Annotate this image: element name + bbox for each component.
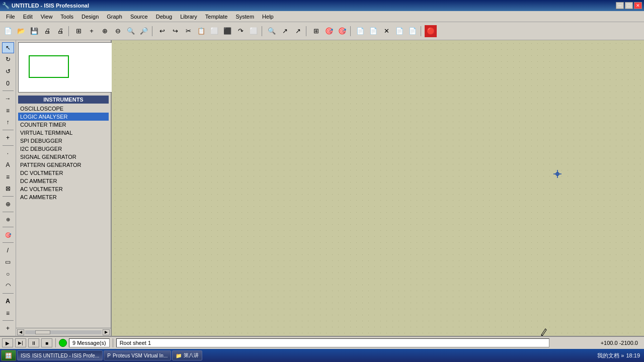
block-delete-button[interactable]: ⬜ bbox=[248, 25, 260, 37]
zoom-area-button[interactable]: 🔎 bbox=[138, 25, 150, 37]
package-button[interactable]: ↗ bbox=[292, 25, 304, 37]
menu-item-source[interactable]: Source bbox=[126, 13, 152, 21]
instrument-item-i2c-debugger[interactable]: I2C DEBUGGER bbox=[18, 145, 109, 153]
instrument-item-virtual-terminal[interactable]: VIRTUAL TERMINAL bbox=[18, 129, 109, 137]
instrument-item-ac-voltmeter[interactable]: AC VOLTMETER bbox=[18, 185, 109, 193]
instruments-button[interactable]: 🎯 bbox=[2, 229, 14, 240]
rotate-ccw-button[interactable]: ↺ bbox=[2, 66, 14, 77]
scroll-left-button[interactable]: ◀ bbox=[17, 329, 24, 335]
number-button[interactable]: 0 bbox=[2, 78, 14, 89]
block-move-button[interactable]: ⬛ bbox=[221, 25, 233, 37]
delete-sheet-button[interactable]: 📄 bbox=[367, 25, 379, 37]
app-title: UNTITLED - ISIS Professional bbox=[12, 3, 89, 9]
sim-play-button[interactable]: ▶ bbox=[2, 338, 13, 347]
start-button[interactable]: 🪟 bbox=[1, 350, 16, 361]
zoom-in-button[interactable]: ⊕ bbox=[99, 25, 111, 37]
close-button[interactable]: ✕ bbox=[634, 2, 642, 9]
open-button[interactable]: 📂 bbox=[15, 25, 27, 37]
minimize-button[interactable]: ─ bbox=[616, 2, 624, 9]
instrument-item-pattern-generator[interactable]: PATTERN GENERATOR bbox=[18, 161, 109, 169]
label-button[interactable]: A bbox=[2, 159, 14, 170]
instrument-item-counter-timer[interactable]: COUNTER TIMER bbox=[18, 121, 109, 129]
cut-button[interactable]: ✂ bbox=[182, 25, 194, 37]
taskbar-item-2[interactable]: 📁第八讲 bbox=[172, 350, 202, 360]
menu-item-edit[interactable]: Edit bbox=[19, 13, 37, 21]
instrument-item-signal-generator[interactable]: SIGNAL GENERATOR bbox=[18, 153, 109, 161]
taskbar-item-0[interactable]: ISISISIS UNTITLED - ISIS Profe... bbox=[17, 350, 103, 360]
menu-item-view[interactable]: View bbox=[37, 13, 57, 21]
menu-item-help[interactable]: Help bbox=[258, 13, 278, 21]
instrument-item-logic-analyser[interactable]: LOGIC ANALYSER bbox=[18, 113, 109, 121]
bus-entry-button[interactable]: ≡ bbox=[2, 171, 14, 183]
start-icon: 🪟 bbox=[5, 352, 12, 359]
make-button[interactable]: ↗ bbox=[279, 25, 291, 37]
wire-tool-button[interactable]: → bbox=[2, 93, 14, 104]
save-button[interactable]: 💾 bbox=[28, 25, 40, 37]
rotate-cw-button[interactable]: ↻ bbox=[2, 54, 14, 65]
undo-button[interactable]: ↩ bbox=[156, 25, 168, 37]
hierarchy-button[interactable]: ↑ bbox=[2, 117, 14, 128]
scroll-thumb[interactable] bbox=[35, 330, 50, 334]
toolbar-sep-6 bbox=[421, 26, 423, 36]
sim-step-button[interactable]: ▶| bbox=[15, 338, 26, 347]
sheet-nav-button[interactable]: 📄 bbox=[407, 25, 419, 37]
add-tool-button[interactable]: + bbox=[2, 323, 14, 334]
print-button[interactable]: 🖨 bbox=[41, 25, 53, 37]
new-sheet-button[interactable]: 📄 bbox=[354, 25, 366, 37]
canvas-area[interactable] bbox=[112, 40, 644, 336]
bom-button[interactable]: 🎯 bbox=[323, 25, 335, 37]
menu-item-file[interactable]: File bbox=[2, 13, 19, 21]
instrument-item-dc-ammeter[interactable]: DC AMMETER bbox=[18, 177, 109, 185]
menu-item-library[interactable]: Library bbox=[176, 13, 201, 21]
select-tool-button[interactable]: ↖ bbox=[2, 42, 14, 53]
instrument-item-spi-debugger[interactable]: SPI DEBUGGER bbox=[18, 137, 109, 145]
redo-button[interactable]: ↪ bbox=[169, 25, 181, 37]
symbol2-button[interactable]: ≡ bbox=[2, 308, 14, 319]
title-bar-controls: ─ □ ✕ bbox=[616, 2, 642, 9]
sim-stop-button[interactable]: ■ bbox=[41, 338, 52, 347]
sheet-props-button[interactable]: 📄 bbox=[393, 25, 406, 37]
text-button[interactable]: A bbox=[2, 296, 14, 307]
instrument-item-dc-voltmeter[interactable]: DC VOLTMETER bbox=[18, 169, 109, 177]
new-button[interactable]: 📄 bbox=[2, 25, 14, 37]
pick-button[interactable]: 🔍 bbox=[266, 25, 278, 37]
netlist-button[interactable]: ⊞ bbox=[310, 25, 322, 37]
menu-item-graph[interactable]: Graph bbox=[103, 13, 126, 21]
power-button[interactable]: ⊕ bbox=[2, 199, 14, 210]
exit-sheet-button[interactable]: ✕ bbox=[380, 25, 392, 37]
copy-button[interactable]: 📋 bbox=[195, 25, 207, 37]
menu-item-system[interactable]: System bbox=[231, 13, 258, 21]
zoom-fit-button[interactable]: 🔍 bbox=[125, 25, 137, 37]
electrical-rules-button[interactable]: 🎯 bbox=[336, 25, 348, 37]
block-copy-button[interactable]: ⬜ bbox=[208, 25, 220, 37]
probe-button[interactable]: ⊕ bbox=[2, 214, 14, 225]
add-component-button[interactable]: + bbox=[2, 132, 14, 143]
symbol-button[interactable]: ⊠ bbox=[2, 184, 14, 195]
sim-pause-button[interactable]: ⏸ bbox=[28, 338, 39, 347]
junction-button[interactable]: · bbox=[2, 148, 14, 159]
menu-item-design[interactable]: Design bbox=[77, 13, 103, 21]
menu-item-tools[interactable]: Tools bbox=[56, 13, 77, 21]
circle-button[interactable]: ○ bbox=[2, 268, 14, 280]
grid-button[interactable]: ⊞ bbox=[72, 25, 85, 37]
origin-button[interactable]: + bbox=[86, 25, 98, 37]
schematic-canvas[interactable] bbox=[112, 40, 644, 336]
scroll-right-button[interactable]: ▶ bbox=[103, 329, 110, 335]
debug-run-button[interactable]: 🔴 bbox=[425, 25, 437, 37]
print2-button[interactable]: 🖨 bbox=[54, 25, 66, 37]
block-rotate-button[interactable]: ↷ bbox=[234, 25, 247, 37]
taskbar-item-1[interactable]: PProteus VSM Virtual In... bbox=[104, 350, 171, 360]
menu-item-debug[interactable]: Debug bbox=[152, 13, 176, 21]
zoom-out-button[interactable]: ⊖ bbox=[112, 25, 124, 37]
menu-item-template[interactable]: Template bbox=[201, 13, 232, 21]
app-icon: 🔧 bbox=[2, 2, 10, 9]
maximize-button[interactable]: □ bbox=[625, 2, 633, 9]
messages-label[interactable]: 9 Message(s) bbox=[69, 338, 110, 347]
rect-button[interactable]: ▭ bbox=[2, 257, 14, 268]
toolbar-sep-2 bbox=[152, 26, 154, 36]
bus-tool-button[interactable]: ≡ bbox=[2, 105, 14, 116]
instrument-item-ac-ammeter[interactable]: AC AMMETER bbox=[18, 193, 109, 201]
line-button[interactable]: / bbox=[2, 245, 14, 256]
arc-button[interactable]: ◠ bbox=[2, 281, 14, 292]
instrument-item-oscilloscope[interactable]: OSCILLOSCOPE bbox=[18, 105, 109, 113]
